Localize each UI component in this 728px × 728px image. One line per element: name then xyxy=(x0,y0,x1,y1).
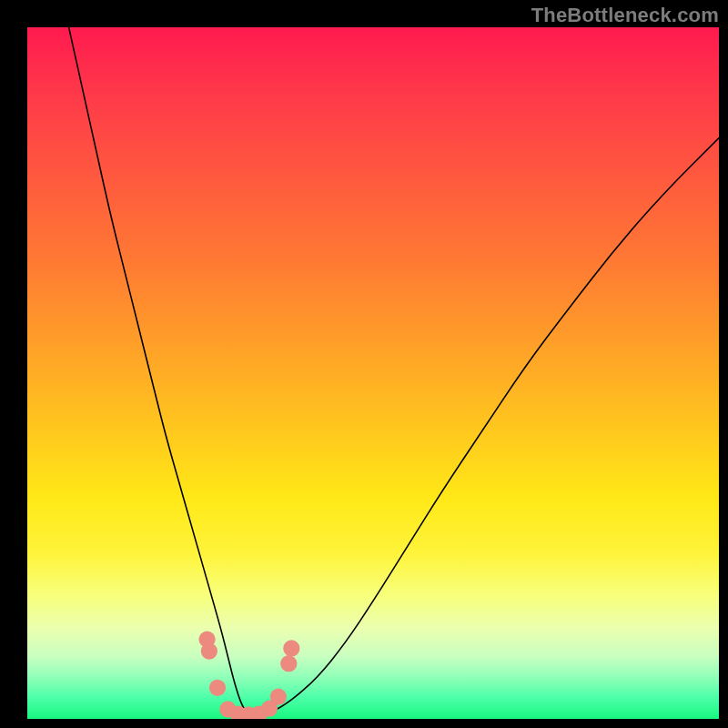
curve-marker xyxy=(198,631,215,647)
marker-layer xyxy=(198,631,299,719)
watermark-text: TheBottleneck.com xyxy=(531,4,719,27)
curve-svg xyxy=(27,27,719,719)
curve-marker xyxy=(201,642,217,659)
bottleneck-curve xyxy=(69,27,719,715)
curve-marker xyxy=(270,689,287,705)
curve-marker xyxy=(283,640,299,656)
curve-marker xyxy=(219,701,236,717)
curve-marker xyxy=(240,706,257,719)
chart-frame: TheBottleneck.com xyxy=(0,0,728,728)
plot-area xyxy=(27,27,719,719)
curve-marker xyxy=(280,655,297,672)
curve-marker xyxy=(209,680,226,696)
curve-marker xyxy=(230,706,247,719)
curve-marker xyxy=(261,700,278,716)
curve-marker xyxy=(250,706,267,719)
